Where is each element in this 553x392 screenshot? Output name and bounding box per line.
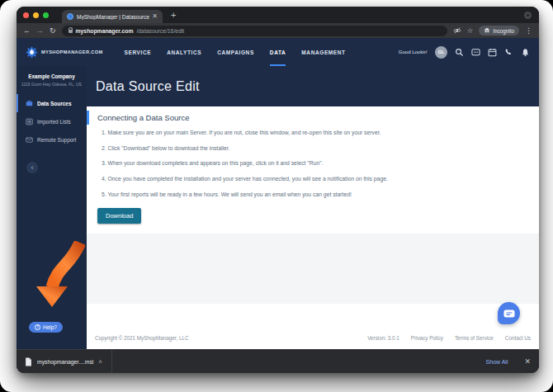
user-avatar[interactable]: GL [435, 46, 447, 59]
main-content: Data Source Edit Connecting a Data Sourc… [87, 66, 539, 349]
download-filename: myshopmanager....msi [37, 359, 93, 365]
reload-button[interactable]: ↻ [50, 27, 56, 35]
close-window-button[interactable] [23, 12, 29, 18]
sidebar-item-imported-lists[interactable]: Imported Lists [17, 112, 87, 130]
incognito-badge: Incognito [479, 26, 519, 35]
url-path: /datasource/16/edit [136, 28, 184, 34]
copyright-text: Copyright © 2021 MyShopManager, LLC [95, 335, 189, 341]
shelf-right-cluster: Show All ✕ [479, 357, 531, 367]
sidebar-item-label: Imported Lists [37, 119, 71, 125]
contact-us-link[interactable]: Contact Us [505, 335, 531, 341]
bell-icon[interactable] [521, 48, 530, 57]
nav-item-data[interactable]: DATA [270, 38, 286, 66]
download-button[interactable]: Download [97, 208, 141, 224]
phone-icon[interactable] [504, 48, 513, 57]
browser-menu-icon[interactable]: ⋮ [525, 27, 532, 35]
instruction-step: 4. Once you have completed the installat… [102, 176, 527, 182]
incognito-label: Incognito [493, 28, 514, 34]
sidebar-item-data-sources[interactable]: Data Sources [17, 94, 87, 112]
browser-window: MyShopManager | Datasource ✕ + ← → ↻ mys… [17, 7, 539, 373]
brand-logo[interactable]: MyShopManager.Com [26, 46, 103, 59]
terms-of-service-link[interactable]: Terms of Service [455, 335, 494, 341]
url-domain: myshopmanager.com [76, 28, 134, 34]
shelf-divider [111, 350, 112, 373]
lock-icon [69, 30, 73, 33]
search-icon[interactable] [455, 48, 464, 57]
eye-off-icon[interactable] [453, 26, 461, 35]
company-name: Example Company [17, 73, 87, 79]
nav-item-service[interactable]: SERVICE [125, 38, 152, 66]
file-options-caret-icon[interactable]: ^ [98, 360, 102, 366]
tab-close-icon[interactable]: ✕ [152, 13, 158, 20]
downloaded-file-chip[interactable]: myshopmanager....msi ^ [25, 350, 102, 373]
privacy-policy-link[interactable]: Privacy Policy [411, 335, 443, 341]
briefcase-icon [26, 100, 33, 107]
calendar-icon[interactable] [488, 48, 497, 57]
chat-widget-button[interactable] [498, 302, 520, 324]
sidebar-item-label: Remote Support [37, 137, 76, 143]
nav-item-management[interactable]: MANAGEMENT [301, 38, 345, 66]
zoom-window-button[interactable] [43, 12, 49, 18]
help-label: Help? [43, 324, 57, 330]
incognito-spy-icon [484, 27, 490, 34]
connect-datasource-card: Connecting a Data Source 1. Make sure yo… [87, 106, 539, 234]
list-icon [26, 118, 33, 125]
brand-name: MyShopManager.Com [41, 50, 103, 54]
footer-zone: Copyright © 2021 MyShopManager, LLC Vers… [87, 304, 539, 349]
chat-bubble-icon [503, 309, 515, 318]
page-title: Data Source Edit [96, 79, 200, 94]
tab-strip: MyShopManager | Datasource ✕ + [17, 7, 539, 23]
browser-toolbar: ← → ↻ myshopmanager.com/datasource/16/ed… [17, 23, 539, 38]
tab-search-icon[interactable] [524, 12, 532, 19]
app-header: MyShopManager.Com SERVICE ANALYTICS CAMP… [17, 38, 539, 66]
gear-logo-icon [26, 46, 38, 59]
header-right-cluster: Good Lookin' GL [399, 46, 530, 59]
version-text: Version: 3.0.1 [367, 335, 399, 341]
help-pointer-arrow [21, 241, 85, 320]
screenshot-canvas: MyShopManager | Datasource ✕ + ← → ↻ mys… [0, 0, 553, 392]
user-greeting: Good Lookin' [399, 50, 428, 54]
question-icon: ? [35, 324, 40, 330]
minimize-window-button[interactable] [33, 12, 39, 18]
sidebar-item-label: Data Sources [37, 101, 72, 106]
shelf-close-icon[interactable]: ✕ [524, 358, 531, 366]
sidebar: Example Company 1115 Gunn Hwy Odessa, FL… [17, 66, 87, 349]
new-tab-button[interactable]: + [171, 11, 176, 20]
nav-item-analytics[interactable]: ANALYTICS [167, 38, 201, 66]
instruction-step: 3. When your download completes and appe… [102, 160, 527, 167]
browser-tab[interactable]: MyShopManager | Datasource ✕ [62, 10, 163, 23]
card-title: Connecting a Data Source [97, 113, 527, 122]
tab-title: MyShopManager | Datasource [77, 14, 149, 20]
help-button[interactable]: ? Help? [29, 322, 63, 333]
messages-icon[interactable] [471, 48, 480, 57]
sidebar-item-remote-support[interactable]: Remote Support [17, 130, 87, 149]
instruction-step: 2. Click "Download" below to download th… [102, 145, 527, 152]
url-bar[interactable]: myshopmanager.com/datasource/16/edit [62, 26, 447, 36]
sidebar-collapse-button[interactable]: ‹ [26, 162, 38, 173]
forward-button[interactable]: → [36, 27, 44, 35]
footer: Copyright © 2021 MyShopManager, LLC Vers… [87, 335, 539, 341]
page-title-bar: Data Source Edit [87, 66, 539, 106]
show-all-button[interactable]: Show All [479, 357, 516, 367]
footer-links: Version: 3.0.1 Privacy Policy Terms of S… [367, 335, 531, 341]
empty-section [87, 234, 539, 304]
page-body: Example Company 1115 Gunn Hwy Odessa, FL… [17, 66, 539, 349]
instruction-step: 1. Make sure you are on your main Server… [102, 130, 527, 136]
sidebar-menu: Data Sources Imported Lists Remote Suppo… [17, 94, 87, 149]
company-address: 1115 Gunn Hwy Odessa, FL, US [19, 82, 83, 87]
file-icon [25, 357, 32, 366]
back-button[interactable]: ← [23, 27, 31, 35]
envelope-icon [26, 136, 33, 144]
primary-nav: SERVICE ANALYTICS CAMPAIGNS DATA MANAGEM… [125, 38, 346, 66]
nav-item-campaigns[interactable]: CAMPAIGNS [217, 38, 254, 66]
instruction-step: 5. Your first reports will be ready in a… [102, 191, 527, 198]
bookmark-star-icon[interactable]: ☆ [467, 27, 474, 35]
window-controls [23, 12, 49, 18]
download-shelf: myshopmanager....msi ^ Show All ✕ [17, 349, 539, 373]
site-favicon-icon [67, 13, 73, 20]
